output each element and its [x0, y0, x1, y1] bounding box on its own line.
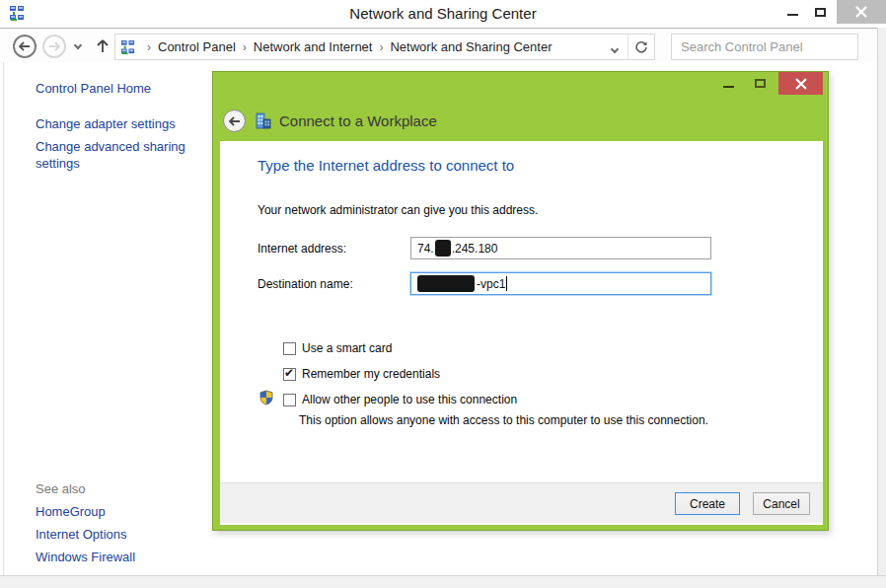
minimize-icon — [723, 86, 734, 88]
smart-card-checkbox[interactable] — [283, 342, 296, 355]
redaction-box — [417, 275, 475, 292]
dialog-subtext: Your network administrator can give you … — [258, 203, 538, 217]
up-icon — [97, 39, 109, 53]
allow-others-label: Allow other people to use this connectio… — [302, 393, 517, 406]
window-bottom-frame — [0, 575, 886, 588]
dialog-minimize-button[interactable] — [714, 72, 742, 95]
internet-address-value-suffix: .245.180 — [452, 242, 498, 256]
search-input[interactable] — [672, 39, 858, 54]
refresh-icon — [634, 40, 648, 54]
dialog-footer: Create Cancel — [220, 482, 823, 523]
dialog-heading: Type the Internet address to connect to — [258, 157, 514, 174]
breadcrumb-control-panel[interactable]: Control Panel — [158, 39, 236, 54]
sidebar-item-internet-options[interactable]: Internet Options — [36, 526, 201, 543]
breadcrumb-separator: › — [372, 40, 390, 54]
sidebar-item-change-adapter-settings[interactable]: Change adapter settings — [36, 115, 201, 132]
allow-others-checkbox-row[interactable]: Allow other people to use this connectio… — [283, 393, 517, 406]
minimize-button[interactable] — [779, 0, 805, 24]
destination-name-value-suffix: -vpc1 — [477, 277, 505, 291]
sidebar-item-homegroup[interactable]: HomeGroup — [36, 503, 201, 520]
address-dropdown-button[interactable] — [602, 38, 628, 56]
create-button[interactable]: Create — [675, 492, 740, 515]
maximize-icon — [755, 79, 766, 88]
smart-card-label: Use a smart card — [302, 341, 392, 355]
minimize-icon — [787, 14, 798, 16]
navigation-bar: › Control Panel › Network and Internet ›… — [0, 28, 886, 62]
window-title: Network and Sharing Center — [0, 5, 886, 22]
breadcrumb-separator: › — [236, 40, 254, 54]
network-sharing-center-window: Network and Sharing Center › C — [0, 0, 886, 588]
address-bar[interactable]: › Control Panel › Network and Internet ›… — [114, 34, 655, 60]
dialog-back-button[interactable] — [223, 110, 246, 132]
workplace-buildings-icon — [254, 111, 273, 131]
search-box — [671, 34, 858, 60]
sidebar-see-also-label: See also — [36, 480, 201, 497]
cancel-button[interactable]: Cancel — [753, 492, 810, 515]
remember-credentials-label: Remember my credentials — [302, 367, 440, 381]
window-titlebar: Network and Sharing Center — [0, 0, 886, 28]
sidebar-item-windows-firewall[interactable]: Windows Firewall — [36, 549, 201, 565]
window-left-frame — [3, 62, 4, 575]
recent-pages-chevron-icon[interactable] — [74, 41, 82, 49]
maximize-button[interactable] — [807, 0, 833, 24]
back-icon — [19, 41, 31, 51]
dialog-close-button[interactable] — [778, 72, 823, 95]
close-icon — [855, 6, 867, 18]
uac-shield-icon — [258, 390, 274, 405]
text-caret — [506, 276, 507, 291]
dialog-title: Connect to a Workplace — [279, 112, 437, 129]
remember-credentials-checkbox-row[interactable]: Remember my credentials — [283, 367, 440, 381]
internet-address-input[interactable]: 74..245.180 — [410, 237, 711, 259]
chevron-down-icon — [611, 44, 619, 52]
dialog-maximize-button[interactable] — [746, 72, 774, 95]
breadcrumb-separator: › — [140, 40, 158, 54]
dialog-body: Type the Internet address to connect to … — [220, 141, 823, 525]
breadcrumb-network-sharing-center[interactable]: Network and Sharing Center — [390, 39, 552, 54]
internet-address-label: Internet address: — [258, 242, 346, 256]
close-icon — [795, 78, 807, 90]
redaction-box — [435, 240, 451, 257]
close-button[interactable] — [837, 0, 886, 24]
up-button[interactable] — [93, 36, 112, 57]
back-button[interactable] — [13, 35, 37, 58]
connect-workplace-dialog: Connect to a Workplace Type the Internet… — [212, 71, 829, 531]
dialog-header: Connect to a Workplace — [213, 102, 828, 141]
remember-credentials-checkbox[interactable] — [283, 368, 296, 381]
forward-button[interactable] — [42, 35, 66, 58]
maximize-icon — [815, 8, 826, 17]
back-icon — [229, 116, 241, 126]
destination-name-label: Destination name: — [258, 277, 353, 291]
window-right-frame — [877, 28, 886, 575]
breadcrumb-network-internet[interactable]: Network and Internet — [254, 39, 373, 54]
destination-name-input[interactable]: -vpc1 — [410, 272, 711, 295]
forward-icon — [48, 41, 60, 51]
refresh-button[interactable] — [628, 35, 654, 59]
internet-address-value-prefix: 74. — [417, 242, 434, 256]
smart-card-checkbox-row[interactable]: Use a smart card — [283, 341, 392, 355]
allow-others-checkbox[interactable] — [283, 394, 296, 406]
sidebar-item-control-panel-home[interactable]: Control Panel Home — [36, 80, 201, 97]
network-icon — [120, 39, 136, 55]
sidebar-item-change-advanced-sharing[interactable]: Change advanced sharing settings — [36, 138, 201, 172]
allow-others-description: This option allows anyone with access to… — [299, 413, 708, 427]
